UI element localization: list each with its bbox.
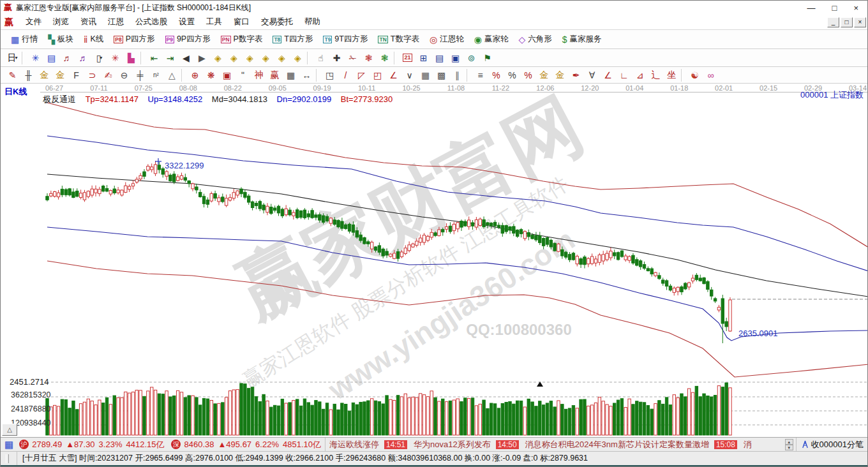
menu-item-1[interactable]: 浏览 [47, 16, 75, 27]
draw-tool-icon-26[interactable]: ∨ [401, 68, 417, 82]
draw-tool-icon-16[interactable]: 神 [251, 68, 267, 82]
chart-tool-icon-29[interactable]: ▤ [431, 51, 447, 65]
draw-tool-icon-3[interactable]: 金 [52, 68, 68, 82]
draw-tool-icon-46[interactable]: ∞ [703, 68, 719, 82]
toolbar-item-2[interactable]: ⅱK线 [79, 32, 108, 47]
menu-item-5[interactable]: 设置 [173, 16, 200, 27]
mdi-close-button[interactable]: × [854, 17, 866, 27]
chart-tool-icon-5[interactable]: ♬ [75, 51, 91, 65]
menu-item-2[interactable]: 资讯 [75, 16, 102, 27]
draw-tool-icon-7[interactable]: ⊖ [116, 68, 132, 82]
draw-tool-icon-28[interactable]: ▩ [433, 68, 449, 82]
draw-tool-icon-18[interactable]: ▦ [283, 68, 299, 82]
chart-tool-icon-4[interactable]: ♬ [59, 51, 75, 65]
chart-tool-icon-22[interactable]: ✚ [329, 51, 345, 65]
menu-item-6[interactable]: 工具 [200, 16, 228, 27]
draw-tool-icon-40[interactable]: ∟ [616, 68, 632, 82]
draw-tool-icon-42[interactable]: 辶 [648, 68, 664, 82]
quote-grid-icon[interactable]: ▦ [4, 439, 13, 450]
draw-tool-icon-24[interactable]: ◰ [370, 68, 385, 82]
draw-tool-icon-34[interactable]: % [520, 68, 536, 82]
draw-tool-icon-27[interactable]: ▦ [417, 68, 433, 82]
toolbar-item-8[interactable]: TNT数字表 [373, 32, 424, 47]
pane-collapse-button[interactable]: △ [2, 424, 17, 436]
chart-tool-icon-31[interactable]: ⊚ [463, 51, 479, 65]
restore-button[interactable]: □ [832, 3, 837, 13]
draw-tool-icon-43[interactable]: 坐 [664, 68, 680, 82]
toolbar-item-11[interactable]: ◇六角形 [513, 32, 557, 47]
mdi-minimize-button[interactable]: _ [827, 17, 839, 27]
draw-tool-icon-39[interactable]: ∠ [600, 68, 616, 82]
draw-tool-icon-45[interactable]: ☯ [687, 68, 703, 82]
period-label[interactable]: 日K线 [4, 86, 27, 98]
chart-tool-icon-12[interactable]: ◀ [178, 51, 194, 65]
draw-tool-icon-33[interactable]: % [504, 68, 520, 82]
draw-tool-icon-23[interactable]: ◸ [354, 68, 370, 82]
menu-item-4[interactable]: 公式选股 [130, 16, 173, 27]
news-scroll-spinner[interactable]: ▲▼ [785, 439, 793, 450]
chart-tool-icon-18[interactable]: ◈ [274, 51, 290, 65]
menu-item-3[interactable]: 江恩 [102, 16, 130, 27]
chart-tool-icon-23[interactable]: ✁ [345, 51, 361, 65]
draw-tool-icon-36[interactable]: 金 [552, 68, 568, 82]
chart-tool-icon-19[interactable]: ◈ [290, 51, 306, 65]
news-headline-3[interactable]: 消 [744, 439, 752, 450]
toolbar-item-0[interactable]: ▦行情 [6, 32, 43, 47]
chart-tool-icon-14[interactable]: ◈ [210, 51, 226, 65]
chart-tool-icon-17[interactable]: ◈ [258, 51, 274, 65]
draw-tool-icon-12[interactable]: ⊕ [187, 68, 203, 82]
chart-tool-icon-8[interactable]: ▙ [123, 51, 139, 65]
draw-tool-icon-38[interactable]: ∀ [584, 68, 600, 82]
menu-item-8[interactable]: 交易委托 [255, 16, 299, 27]
chart-tool-icon-15[interactable]: ◈ [226, 51, 242, 65]
draw-tool-icon-19[interactable]: ↔ [299, 68, 315, 82]
menu-item-9[interactable]: 帮助 [299, 16, 326, 27]
toolbar-item-9[interactable]: ◎江恩轮 [424, 32, 469, 47]
tick-feed-zone[interactable]: 收000001分笔 [796, 438, 868, 451]
draw-tool-icon-8[interactable]: ╪ [132, 68, 148, 82]
draw-tool-icon-15[interactable]: ʺ [235, 68, 251, 82]
draw-tool-icon-5[interactable]: ⊃ [84, 68, 100, 82]
chart-tool-icon-28[interactable]: ⊞ [415, 51, 431, 65]
draw-tool-icon-4[interactable]: F [68, 68, 84, 82]
sh-index-value[interactable]: 2789.49 [32, 440, 62, 449]
mdi-restore-button[interactable]: □ [841, 17, 853, 27]
menu-item-7[interactable]: 窗口 [228, 16, 255, 27]
chart-tool-icon-10[interactable]: ⇤ [146, 51, 162, 65]
chart-tool-icon-25[interactable]: ❃ [377, 51, 393, 65]
draw-tool-icon-21[interactable]: ◳ [322, 68, 338, 82]
chart-tool-icon-6[interactable]: ▯▾ [91, 51, 107, 65]
draw-tool-icon-2[interactable]: 金 [36, 68, 52, 82]
toolbar-item-5[interactable]: PNP数字表 [216, 32, 268, 47]
news-headline-2[interactable]: 消息称台积电2024年3nm新芯片设计定案数量激增 [525, 439, 709, 450]
draw-tool-icon-41[interactable]: ⊿ [632, 68, 648, 82]
draw-tool-icon-37[interactable]: ✒ [568, 68, 584, 82]
chart-tool-icon-0[interactable]: 日▾ [4, 51, 20, 65]
toolbar-item-6[interactable]: T8T四方形 [267, 32, 318, 47]
draw-tool-icon-17[interactable]: 赢 [267, 68, 283, 82]
draw-tool-icon-6[interactable]: ✍ [100, 68, 116, 82]
draw-tool-icon-0[interactable]: ✎ [4, 68, 20, 82]
chart-tool-icon-32[interactable]: ⚑ [479, 51, 495, 65]
close-button[interactable]: × [853, 3, 858, 13]
chart-tool-icon-3[interactable]: ▤ [43, 51, 59, 65]
draw-tool-icon-9[interactable]: n² [148, 68, 164, 82]
chart-tool-icon-7[interactable]: ✳ [107, 51, 123, 65]
kline-chart[interactable]: 赢家财富网赢家江恩软件 股票分析软件 江恩工具软件www.yingjia360.… [1, 84, 868, 436]
chart-tool-icon-21[interactable]: ☝ [313, 51, 329, 65]
minimize-button[interactable]: — [807, 3, 816, 13]
chart-tool-icon-24[interactable]: ❃ [361, 51, 377, 65]
draw-tool-icon-35[interactable]: 金 [536, 68, 552, 82]
chart-tool-icon-30[interactable]: ▣ [447, 51, 463, 65]
news-headline-1[interactable]: 华为nova12系列发布 [414, 439, 491, 450]
draw-tool-icon-32[interactable]: % [488, 68, 504, 82]
toolbar-item-12[interactable]: $赢家服务 [557, 32, 607, 47]
toolbar-item-1[interactable]: ▚板块 [43, 32, 79, 47]
chart-tool-icon-11[interactable]: ⇥ [162, 51, 178, 65]
draw-tool-icon-14[interactable]: ▣ [219, 68, 235, 82]
chart-tool-icon-27[interactable]: 21 [400, 51, 415, 65]
draw-tool-icon-22[interactable]: / [338, 68, 354, 82]
draw-tool-icon-13[interactable]: ❋ [203, 68, 219, 82]
toolbar-item-10[interactable]: ◉赢家轮 [469, 32, 514, 47]
toolbar-item-3[interactable]: P8P四方形 [108, 32, 160, 47]
